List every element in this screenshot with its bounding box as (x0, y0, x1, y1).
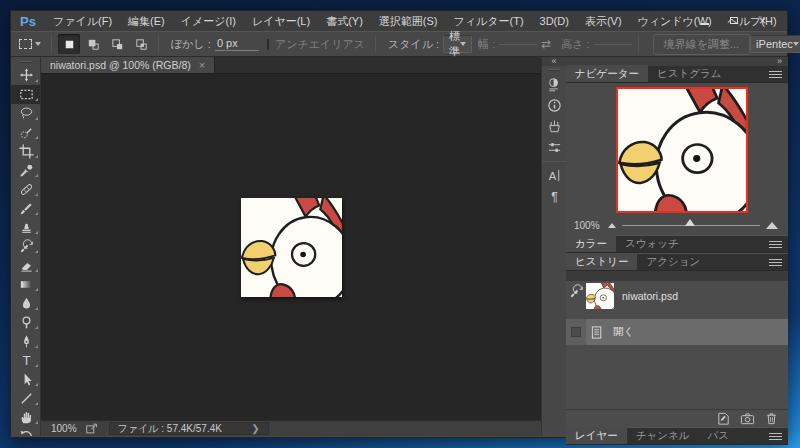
subtract-selection-icon[interactable] (106, 34, 128, 54)
panel-menu-icon[interactable] (769, 71, 782, 78)
panel-menu-icon[interactable] (769, 241, 782, 248)
crop-tool[interactable] (11, 142, 41, 161)
minimize-button[interactable] (694, 13, 715, 28)
history-panel: niwatori.psd 開く (566, 281, 788, 409)
panel-tab-ヒストリー[interactable]: ヒストリー (566, 253, 637, 270)
tool-flyout-icon (35, 269, 38, 272)
panel-icon-dock: « A¶ (541, 57, 566, 436)
menu-表示(V)[interactable]: 表示(V) (577, 11, 630, 31)
navigator-preview[interactable] (616, 87, 748, 213)
panel-tab-ヒストグラム[interactable]: ヒストグラム (648, 65, 730, 82)
panel-tab-チャンネル[interactable]: チャンネル (627, 427, 699, 444)
tool-flyout-icon (35, 193, 38, 196)
intersect-selection-icon[interactable] (130, 34, 152, 54)
gradient-tool[interactable] (11, 275, 41, 294)
zoom-out-icon[interactable] (608, 223, 616, 228)
document-tab-title: niwatori.psd @ 100% (RGB/8) (50, 59, 191, 71)
svg-text:A: A (548, 170, 556, 182)
zoom-slider-thumb[interactable] (685, 219, 695, 226)
adjustments-icon[interactable] (543, 74, 565, 95)
file-size-readout[interactable]: ファイル : 57.4K/57.4K ❯ (109, 422, 269, 435)
feather-input[interactable]: 0 px (215, 37, 259, 51)
paragraph-icon[interactable]: ¶ (543, 186, 565, 207)
history-source-checkbox[interactable] (571, 327, 581, 337)
menu-編集(E)[interactable]: 編集(E) (120, 11, 173, 31)
tab-close-icon[interactable]: × (199, 59, 205, 71)
menu-書式(Y)[interactable]: 書式(Y) (318, 11, 371, 31)
pen-tool[interactable] (11, 332, 41, 351)
new-selection-icon[interactable] (58, 34, 80, 54)
document-canvas[interactable] (241, 198, 342, 297)
brush-presets-icon[interactable] (543, 116, 565, 137)
menu-レイヤー(L)[interactable]: レイヤー(L) (244, 11, 318, 31)
panel-tab-ナビゲーター[interactable]: ナビゲーター (566, 65, 648, 82)
panel-tab-カラー[interactable]: カラー (566, 235, 616, 252)
panel-tab-パス[interactable]: パス (698, 427, 738, 444)
tools-panel-grip[interactable] (20, 61, 32, 63)
zoom-level-field[interactable]: 100% (41, 423, 85, 434)
spot-healing-tool[interactable] (11, 180, 41, 199)
workspace-switcher[interactable]: iPentec (750, 35, 800, 53)
panel-tab-レイヤー[interactable]: レイヤー (566, 427, 627, 444)
new-doc-from-history-icon[interactable] (714, 411, 732, 427)
camera-icon[interactable] (738, 411, 756, 427)
panel-menu-icon[interactable] (769, 433, 782, 440)
brush-tool[interactable] (11, 199, 41, 218)
panel-menu-icon[interactable] (769, 259, 782, 266)
blur-tool[interactable] (11, 294, 41, 313)
tool-options-bar: ぼかし : 0 px アンチエイリアス スタイル : 標準 幅 : ⇄ 高さ :… (11, 31, 787, 57)
expand-panels-button[interactable]: « (542, 57, 566, 66)
maximize-button[interactable] (723, 13, 744, 28)
rectangular-marquee-tool[interactable] (11, 85, 41, 104)
export-icon[interactable] (85, 423, 99, 435)
antialias-checkbox[interactable] (267, 39, 269, 50)
document-area: niwatori.psd @ 100% (RGB/8) × 100% ファイル … (41, 57, 541, 436)
menu-ファイル(F)[interactable]: ファイル(F) (45, 11, 120, 31)
hand-tool[interactable] (11, 408, 41, 427)
path-selection-tool[interactable] (11, 370, 41, 389)
feather-label: ぼかし : (171, 37, 211, 52)
clone-stamp-tool[interactable] (11, 218, 41, 237)
history-state-row[interactable]: 開く (566, 319, 788, 345)
refine-edge-button[interactable]: 境界線を調整... (653, 34, 750, 55)
tool-preset-picker[interactable] (11, 39, 45, 49)
add-selection-icon[interactable] (82, 34, 104, 54)
tool-presets-icon[interactable] (543, 137, 565, 158)
panel-tab-スウォッチ[interactable]: スウォッチ (616, 235, 688, 252)
close-button[interactable]: × (752, 13, 773, 28)
menu-フィルター(T)[interactable]: フィルター(T) (445, 11, 531, 31)
zoom-in-icon[interactable] (766, 222, 778, 229)
eyedropper-tool[interactable] (11, 161, 41, 180)
zoom-slider[interactable] (622, 225, 760, 226)
history-snapshot-row[interactable]: niwatori.psd (566, 281, 788, 311)
status-chevron-icon[interactable]: ❯ (251, 423, 259, 434)
type-tool[interactable]: T (11, 351, 41, 370)
tool-flyout-icon (35, 421, 38, 424)
panel-tab-アクション[interactable]: アクション (637, 253, 709, 270)
history-brush-source-icon[interactable] (566, 281, 586, 301)
dock-grip[interactable] (548, 69, 560, 71)
trash-icon[interactable] (762, 411, 780, 427)
navigator-zoom-field[interactable]: 100% (566, 220, 608, 231)
eraser-tool[interactable] (11, 256, 41, 275)
document-tab[interactable]: niwatori.psd @ 100% (RGB/8) × (41, 57, 215, 73)
tool-flyout-icon (35, 212, 38, 215)
move-tool[interactable] (11, 66, 41, 85)
style-dropdown[interactable]: 標準 (443, 35, 472, 53)
history-brush-tool[interactable] (11, 237, 41, 256)
quick-selection-tool[interactable] (11, 123, 41, 142)
rotate-view-tool[interactable] (11, 427, 41, 436)
height-input[interactable] (594, 43, 632, 45)
menu-イメージ(I)[interactable]: イメージ(I) (173, 11, 244, 31)
menu-選択範囲(S)[interactable]: 選択範囲(S) (371, 11, 446, 31)
character-icon[interactable]: A (543, 165, 565, 186)
line-tool[interactable] (11, 389, 41, 408)
menu-3D(D)[interactable]: 3D(D) (532, 11, 577, 31)
info-icon[interactable] (543, 95, 565, 116)
width-input[interactable] (499, 43, 537, 45)
swap-dimensions-icon[interactable]: ⇄ (541, 37, 551, 51)
lasso-tool[interactable] (11, 104, 41, 123)
dodge-tool[interactable] (11, 313, 41, 332)
tool-flyout-icon (35, 155, 38, 158)
collapse-panels-button[interactable]: » (777, 57, 782, 65)
